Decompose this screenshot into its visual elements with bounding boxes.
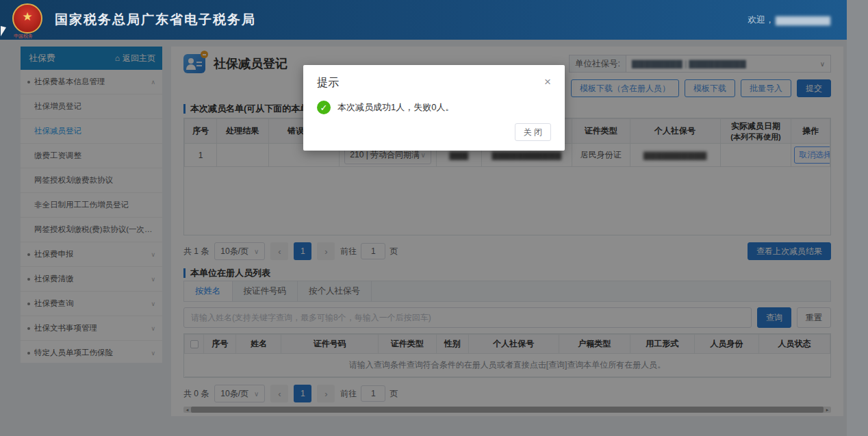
close-icon[interactable]: × xyxy=(544,76,551,88)
dialog-message: 本次减员成功1人，失败0人。 xyxy=(337,101,454,114)
desktop-edge-strip xyxy=(847,0,868,436)
emblem-caption: 中国税务 xyxy=(14,33,33,40)
dialog-close-button[interactable]: 关 闭 xyxy=(515,123,551,141)
dialog-title: 提示 xyxy=(317,76,339,90)
alert-dialog: 提示 × ✓ 本次减员成功1人，失败0人。 关 闭 xyxy=(303,65,565,151)
success-icon: ✓ xyxy=(317,101,331,114)
welcome-name-redacted: ▇▇▇▇▇▇▇▇ xyxy=(776,15,830,25)
top-header: ★ 中国税务 国家税务总局广东省电子税务局 欢迎， ▇▇▇▇▇▇▇▇ xyxy=(0,0,847,40)
national-emblem-icon: ★ 中国税务 xyxy=(12,0,45,40)
screen: ★ 中国税务 国家税务总局广东省电子税务局 欢迎， ▇▇▇▇▇▇▇▇ 社保费 ⌂… xyxy=(0,0,868,436)
site-title: 国家税务总局广东省电子税务局 xyxy=(55,11,256,29)
welcome-text: 欢迎， ▇▇▇▇▇▇▇▇ xyxy=(748,14,830,26)
mouse-cursor xyxy=(1,26,6,36)
